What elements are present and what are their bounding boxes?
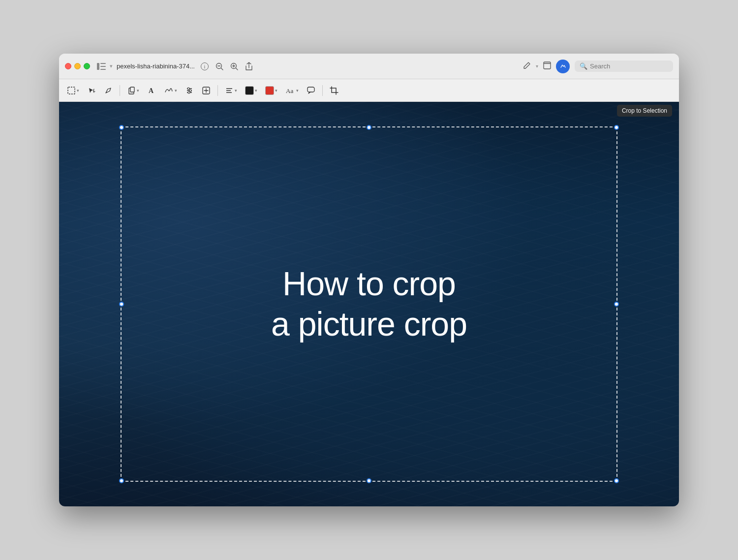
border-color-swatch [245, 86, 254, 95]
sidebar-chevron-icon: ▾ [110, 63, 113, 69]
svg-point-23 [188, 92, 190, 93]
window-resize-button[interactable] [543, 62, 551, 71]
title-bar-controls: i [201, 62, 253, 71]
sidebar-toggle-button[interactable] [97, 63, 106, 70]
minimize-button[interactable] [74, 63, 81, 69]
font-group: Aa ▾ [282, 85, 302, 96]
toolbar-separator-3 [322, 85, 323, 96]
svg-line-7 [221, 68, 223, 70]
svg-rect-16 [130, 87, 134, 92]
svg-rect-3 [100, 69, 106, 70]
insert-button[interactable] [199, 84, 214, 97]
svg-point-21 [187, 88, 189, 90]
svg-rect-0 [97, 63, 99, 70]
canvas-area: How to crop a picture crop [59, 102, 679, 506]
crop-tool-button[interactable] [327, 84, 341, 97]
font-button[interactable]: Aa ▾ [282, 85, 302, 96]
svg-line-10 [236, 68, 238, 70]
crop-to-selection-tooltip: Crop to Selection [617, 105, 672, 117]
filename-label: pexels-lisha-riabinina-374... [117, 62, 195, 70]
fill-color-swatch [265, 86, 274, 95]
speech-bubble-button[interactable] [304, 84, 318, 97]
tooltip-label: Crop to Selection [622, 107, 667, 114]
border-color-button[interactable]: ▾ [242, 84, 260, 97]
font-chevron-icon: ▾ [296, 88, 299, 93]
close-button[interactable] [65, 63, 71, 69]
fill-color-group: ▾ [262, 84, 280, 97]
adjust-button[interactable] [182, 84, 197, 97]
copy-paste-group: ▾ [124, 84, 142, 97]
search-bar[interactable]: 🔍 [575, 61, 673, 72]
zoom-in-button[interactable] [230, 62, 238, 70]
svg-point-22 [189, 90, 191, 92]
signature-chevron-icon: ▾ [175, 88, 177, 93]
markup-active-button[interactable] [556, 60, 570, 73]
toolbar-separator-1 [120, 85, 120, 96]
wave-texture [59, 102, 679, 506]
align-group: ▾ [222, 84, 240, 97]
share-button[interactable] [245, 62, 253, 71]
traffic-lights [65, 63, 90, 69]
app-window: ▾ pexels-lisha-riabinina-374... i [59, 54, 679, 506]
title-bar-right: ▾ 🔍 [523, 60, 673, 73]
search-input[interactable] [590, 62, 664, 70]
svg-rect-1 [100, 63, 106, 64]
svg-text:Aa: Aa [286, 87, 293, 94]
selection-tool-group: ▾ [64, 84, 82, 97]
svg-text:i: i [204, 64, 206, 69]
zoom-out-button[interactable] [215, 62, 223, 70]
svg-rect-2 [100, 66, 106, 67]
title-bar: ▾ pexels-lisha-riabinina-374... i [59, 54, 679, 79]
border-color-group: ▾ [242, 84, 260, 97]
fill-color-button[interactable]: ▾ [262, 84, 280, 97]
signature-group: ▾ [161, 84, 180, 97]
search-icon: 🔍 [580, 62, 587, 70]
align-chevron-icon: ▾ [235, 88, 237, 93]
align-button[interactable]: ▾ [222, 84, 240, 97]
border-chevron-icon: ▾ [255, 88, 257, 93]
svg-rect-13 [544, 62, 551, 69]
magic-select-button[interactable] [84, 84, 99, 97]
selection-chevron-icon: ▾ [77, 88, 79, 93]
toolbar-separator-2 [217, 85, 218, 96]
svg-rect-14 [68, 87, 75, 94]
canvas-background: How to crop a picture crop [59, 102, 679, 506]
fullscreen-button[interactable] [84, 63, 90, 69]
toolbar: ▾ ▾ A [59, 79, 679, 102]
copy-chevron-icon: ▾ [137, 88, 139, 93]
copy-button[interactable]: ▾ [124, 84, 142, 97]
info-button[interactable]: i [201, 62, 209, 70]
text-button[interactable]: A [144, 84, 159, 97]
fill-chevron-icon: ▾ [275, 88, 277, 93]
annotate-chevron-icon: ▾ [536, 63, 538, 69]
selection-tool-button[interactable]: ▾ [64, 84, 82, 97]
pen-tool-button[interactable] [101, 84, 116, 97]
annotate-button[interactable] [523, 62, 531, 71]
svg-rect-29 [308, 87, 314, 92]
signature-button[interactable]: ▾ [161, 84, 180, 97]
svg-text:A: A [149, 87, 154, 94]
